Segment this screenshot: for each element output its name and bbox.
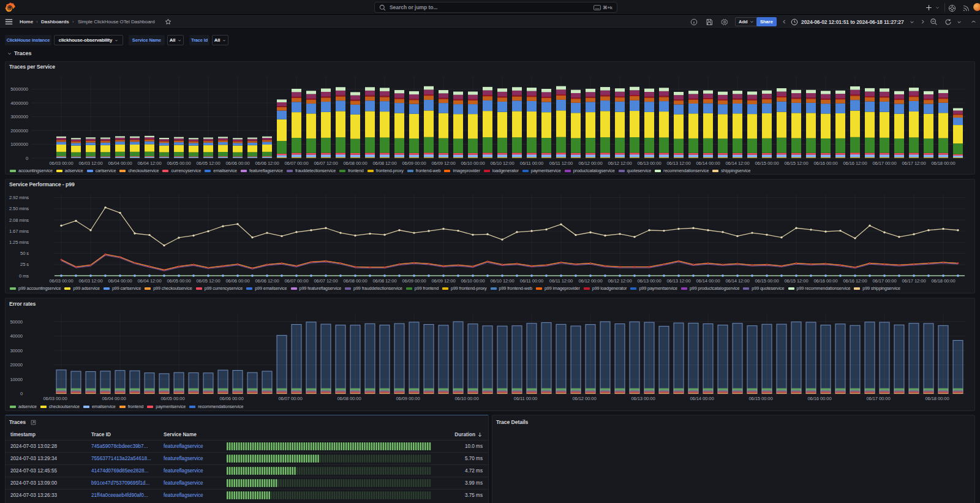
svg-text:10000: 10000: [10, 377, 23, 382]
svg-text:06/15 00:00: 06/15 00:00: [748, 396, 772, 401]
svg-text:06/11 00:00: 06/11 00:00: [514, 396, 537, 401]
svg-text:0: 0: [20, 391, 23, 396]
svg-text:06/04 00:00: 06/04 00:00: [102, 396, 126, 401]
svg-text:06/10 00:00: 06/10 00:00: [454, 396, 478, 401]
svg-text:06/17 00:00: 06/17 00:00: [866, 396, 890, 401]
svg-text:06/06 00:00: 06/06 00:00: [219, 396, 243, 401]
svg-text:06/12 00:00: 06/12 00:00: [572, 396, 596, 401]
svg-text:50000: 50000: [10, 319, 23, 325]
svg-text:06/05 00:00: 06/05 00:00: [160, 396, 184, 401]
svg-text:06/14 00:00: 06/14 00:00: [690, 396, 714, 401]
svg-text:40000: 40000: [10, 333, 23, 339]
svg-text:06/13 00:00: 06/13 00:00: [631, 396, 655, 401]
svg-text:30000: 30000: [10, 348, 23, 354]
svg-text:06/09 00:00: 06/09 00:00: [396, 396, 420, 401]
svg-text:06/18 00:00: 06/18 00:00: [925, 396, 949, 401]
svg-text:06/03 00:00: 06/03 00:00: [43, 396, 67, 401]
svg-text:06/07 00:00: 06/07 00:00: [278, 396, 302, 401]
svg-text:20000: 20000: [10, 362, 23, 368]
svg-text:06/16 00:00: 06/16 00:00: [807, 396, 831, 401]
svg-text:06/08 00:00: 06/08 00:00: [337, 396, 361, 401]
